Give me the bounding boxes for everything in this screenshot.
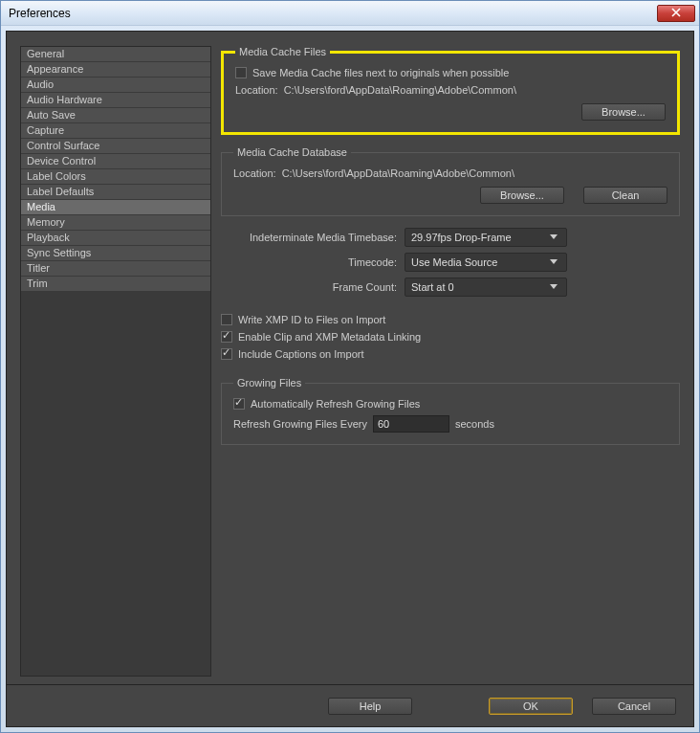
auto-refresh-growing-checkbox[interactable] xyxy=(233,398,245,410)
db-clean-button[interactable]: Clean xyxy=(583,187,667,204)
sidebar-item-control-surface[interactable]: Control Surface xyxy=(21,139,210,154)
preferences-window: Preferences GeneralAppearanceAudioAudio … xyxy=(0,0,700,733)
chevron-down-icon xyxy=(547,255,560,269)
chevron-down-icon xyxy=(547,231,560,244)
enable-clip-linking-checkbox[interactable] xyxy=(221,331,232,343)
titlebar: Preferences xyxy=(1,1,699,26)
ok-button[interactable]: OK xyxy=(489,698,573,715)
sidebar-item-memory[interactable]: Memory xyxy=(21,215,210,231)
import-options-section: Write XMP ID to Files on Import Enable C… xyxy=(221,314,680,366)
save-next-to-originals-checkbox[interactable] xyxy=(235,67,247,78)
indeterminate-timebase-label: Indeterminate Media Timebase: xyxy=(221,232,397,243)
sidebar-item-audio[interactable]: Audio xyxy=(21,78,210,93)
refresh-every-input[interactable]: 60 xyxy=(373,415,449,433)
framecount-select[interactable]: Start at 0 xyxy=(405,278,567,297)
timecode-select[interactable]: Use Media Source xyxy=(405,253,567,272)
sidebar-item-device-control[interactable]: Device Control xyxy=(21,154,210,169)
write-xmp-id-checkbox[interactable] xyxy=(221,314,232,325)
sidebar-item-trim[interactable]: Trim xyxy=(21,277,210,292)
timecode-value: Use Media Source xyxy=(411,256,498,268)
sidebar-item-general[interactable]: General xyxy=(21,47,210,62)
media-cache-files-group: Media Cache Files Save Media Cache files… xyxy=(221,46,680,135)
sidebar-item-auto-save[interactable]: Auto Save xyxy=(21,108,210,123)
write-xmp-id-label: Write XMP ID to Files on Import xyxy=(238,314,385,325)
include-captions-label: Include Captions on Import xyxy=(238,348,363,360)
cache-browse-button[interactable]: Browse... xyxy=(581,103,666,121)
save-next-to-originals-label: Save Media Cache files next to originals… xyxy=(252,67,509,78)
timecode-label: Timecode: xyxy=(221,256,397,268)
cancel-button[interactable]: Cancel xyxy=(592,698,676,715)
indeterminate-timebase-select[interactable]: 29.97fps Drop-Frame xyxy=(405,228,567,247)
sidebar-item-label-colors[interactable]: Label Colors xyxy=(21,169,210,185)
sidebar-item-audio-hardware[interactable]: Audio Hardware xyxy=(21,93,210,108)
category-sidebar: GeneralAppearanceAudioAudio HardwareAuto… xyxy=(20,46,211,677)
include-captions-checkbox[interactable] xyxy=(221,348,232,360)
indeterminate-timebase-value: 29.97fps Drop-Frame xyxy=(411,232,512,243)
sidebar-item-label-defaults[interactable]: Label Defaults xyxy=(21,185,210,200)
close-button[interactable] xyxy=(657,5,695,22)
seconds-label: seconds xyxy=(455,418,494,430)
sidebar-item-sync-settings[interactable]: Sync Settings xyxy=(21,246,210,261)
sidebar-item-playback[interactable]: Playback xyxy=(21,231,210,246)
window-title: Preferences xyxy=(9,7,657,20)
refresh-every-label: Refresh Growing Files Every xyxy=(233,418,367,430)
help-button[interactable]: Help xyxy=(328,698,412,715)
enable-clip-linking-label: Enable Clip and XMP Metadata Linking xyxy=(238,331,421,343)
media-cache-files-legend: Media Cache Files xyxy=(235,46,330,57)
auto-refresh-growing-label: Automatically Refresh Growing Files xyxy=(251,398,420,410)
dialog-footer: Help OK Cancel xyxy=(6,685,694,727)
db-location-label: Location: xyxy=(233,167,276,179)
media-cache-database-legend: Media Cache Database xyxy=(233,146,351,158)
sidebar-item-appearance[interactable]: Appearance xyxy=(21,62,210,78)
close-icon xyxy=(671,8,681,19)
settings-panel: Media Cache Files Save Media Cache files… xyxy=(221,46,680,677)
content-area: GeneralAppearanceAudioAudio HardwareAuto… xyxy=(6,31,694,685)
media-cache-database-group: Media Cache Database Location: C:\Users\… xyxy=(221,146,680,216)
framecount-label: Frame Count: xyxy=(221,281,397,293)
sidebar-item-capture[interactable]: Capture xyxy=(21,123,210,139)
sidebar-item-titler[interactable]: Titler xyxy=(21,261,210,277)
cache-location-label: Location: xyxy=(235,84,278,96)
db-browse-button[interactable]: Browse... xyxy=(480,187,564,204)
chevron-down-icon xyxy=(547,280,560,294)
timebase-section: Indeterminate Media Timebase: 29.97fps D… xyxy=(221,228,680,302)
db-location-value: C:\Users\ford\AppData\Roaming\Adobe\Comm… xyxy=(282,167,514,179)
cache-location-value: C:\Users\ford\AppData\Roaming\Adobe\Comm… xyxy=(284,84,516,96)
growing-files-group: Growing Files Automatically Refresh Grow… xyxy=(221,377,680,445)
growing-files-legend: Growing Files xyxy=(233,377,305,389)
sidebar-item-media[interactable]: Media xyxy=(21,200,210,215)
framecount-value: Start at 0 xyxy=(411,281,454,293)
